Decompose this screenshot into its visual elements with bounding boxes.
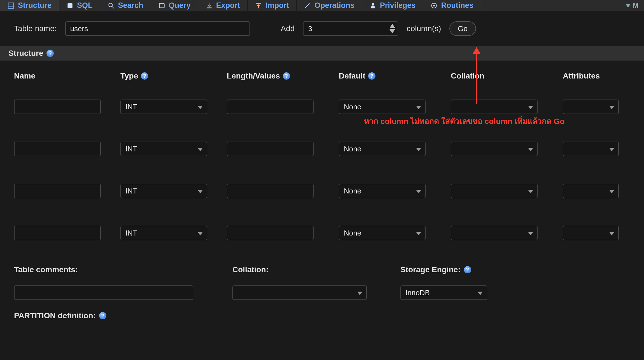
help-icon[interactable] [141, 72, 148, 80]
structure-icon [7, 2, 15, 9]
add-label: Add [281, 24, 295, 33]
tab-label: Search [118, 1, 143, 10]
table-name-row: Table name: Add column(s) Go [0, 11, 644, 46]
th-attributes: Attributes [563, 71, 636, 80]
tab-label: Query [169, 1, 191, 10]
column-length-input[interactable] [227, 142, 314, 156]
column-attributes-select[interactable] [563, 142, 619, 156]
tab-label: Privileges [380, 1, 416, 10]
columns-grid: Name Type Length/Values Default Collatio… [0, 66, 644, 254]
th-name: Name [14, 71, 120, 80]
column-type-select[interactable]: INT [120, 142, 207, 156]
th-length: Length/Values [227, 71, 339, 80]
column-name-input[interactable] [14, 142, 101, 156]
sql-icon [66, 2, 74, 9]
column-default-select[interactable]: None [339, 184, 426, 198]
svg-line-5 [112, 6, 114, 8]
column-name-input[interactable] [14, 184, 101, 198]
tab-search[interactable]: Search [100, 0, 151, 11]
column-attributes-select[interactable] [563, 184, 619, 198]
column-row: INT None [0, 212, 644, 254]
svg-point-9 [372, 3, 374, 6]
column-type-select[interactable]: INT [120, 226, 207, 240]
help-icon[interactable] [283, 72, 290, 80]
tab-label: Structure [18, 1, 52, 10]
column-default-select[interactable]: None [339, 100, 426, 114]
column-row: INT None [0, 86, 644, 128]
help-icon[interactable] [46, 50, 54, 57]
column-attributes-select[interactable] [563, 100, 619, 114]
column-collation-select[interactable] [451, 100, 538, 114]
tab-label: Routines [441, 1, 473, 10]
partition-definition-label: PARTITION definition: [0, 308, 644, 323]
storage-engine-label: Storage Engine: [400, 265, 568, 274]
column-default-select[interactable]: None [339, 226, 426, 240]
tab-routines[interactable]: Routines [423, 0, 481, 11]
th-collation: Collation [451, 71, 563, 80]
column-default-select[interactable]: None [339, 142, 426, 156]
operations-icon [304, 2, 311, 9]
table-options-row: Table comments: Collation: Storage Engin… [0, 254, 644, 308]
tab-structure[interactable]: Structure [0, 0, 59, 11]
column-type-select[interactable]: INT [120, 100, 207, 114]
tab-sql[interactable]: SQL [59, 0, 100, 11]
column-name-input[interactable] [14, 226, 101, 240]
tab-label: Export [216, 1, 240, 10]
svg-rect-0 [8, 3, 14, 8]
th-type: Type [120, 71, 227, 80]
collation-label: Collation: [232, 265, 400, 274]
table-comments-input[interactable] [14, 285, 193, 300]
help-icon[interactable] [99, 312, 106, 319]
go-button[interactable]: Go [449, 21, 476, 36]
svg-rect-8 [256, 3, 261, 4]
column-length-input[interactable] [227, 226, 314, 240]
column-type-select[interactable]: INT [120, 184, 207, 198]
tab-import[interactable]: Import [248, 0, 297, 11]
spinner-down-icon[interactable] [389, 29, 395, 33]
structure-section-label: Structure [8, 49, 43, 58]
tab-operations[interactable]: Operations [297, 0, 362, 11]
column-attributes-select[interactable] [563, 226, 619, 240]
content-area: Table name: Add column(s) Go Structure N… [0, 11, 644, 323]
tab-more-menu[interactable]: M [620, 0, 644, 11]
table-name-input[interactable] [65, 21, 250, 36]
tab-privileges[interactable]: Privileges [362, 0, 423, 11]
tab-label: Import [265, 1, 289, 10]
table-comments-label: Table comments: [14, 265, 232, 274]
help-icon[interactable] [368, 72, 375, 80]
storage-engine-select[interactable]: InnoDB [400, 285, 487, 300]
column-name-input[interactable] [14, 100, 101, 114]
number-spinner[interactable] [389, 24, 395, 33]
routines-icon [430, 2, 438, 9]
table-name-label: Table name: [14, 24, 57, 33]
tab-query[interactable]: Query [151, 0, 198, 11]
column-length-input[interactable] [227, 184, 314, 198]
column-collation-select[interactable] [451, 226, 538, 240]
svg-rect-6 [159, 3, 164, 8]
svg-rect-7 [207, 7, 211, 8]
column-collation-select[interactable] [451, 142, 538, 156]
add-columns-input[interactable] [303, 21, 398, 36]
search-icon [108, 2, 115, 9]
column-collation-select[interactable] [451, 184, 538, 198]
chevron-down-icon [625, 4, 631, 8]
structure-section-header: Structure [0, 46, 644, 61]
table-collation-select[interactable] [232, 285, 367, 300]
privileges-icon [369, 2, 377, 9]
columns-label: column(s) [407, 24, 441, 33]
tab-label: SQL [77, 1, 93, 10]
svg-rect-10 [371, 6, 375, 8]
export-icon [206, 2, 213, 9]
more-label: M [633, 2, 638, 10]
tab-export[interactable]: Export [198, 0, 248, 11]
svg-point-12 [433, 4, 435, 6]
help-icon[interactable] [464, 266, 471, 273]
spinner-up-icon[interactable] [389, 24, 395, 28]
column-row: INT None [0, 170, 644, 212]
columns-grid-header: Name Type Length/Values Default Collatio… [0, 66, 644, 86]
column-length-input[interactable] [227, 100, 314, 114]
svg-rect-3 [67, 3, 72, 8]
column-row: INT None [0, 128, 644, 170]
tab-label: Operations [314, 1, 354, 10]
th-default: Default [339, 71, 451, 80]
